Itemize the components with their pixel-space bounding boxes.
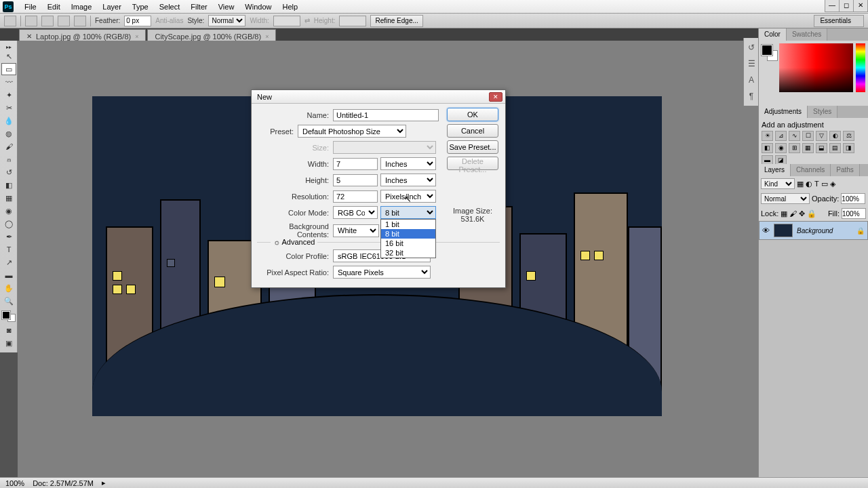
vibrance-icon[interactable]: ▽	[816, 131, 827, 141]
threshold-icon[interactable]: ◨	[843, 143, 854, 153]
menu-filter[interactable]: Filter	[185, 3, 212, 11]
dialog-close-button[interactable]: ✕	[489, 92, 502, 102]
color-swatches[interactable]	[1, 310, 16, 323]
menu-edit[interactable]: Edit	[42, 3, 66, 11]
pixelaspect-select[interactable]: Square Pixels	[333, 266, 431, 279]
move-tool[interactable]: ↖	[1, 50, 16, 62]
workspace-switcher[interactable]: Essentials	[814, 15, 864, 27]
posterize-icon[interactable]: ▤	[829, 143, 841, 153]
add-selection-icon[interactable]	[41, 16, 54, 26]
bw-icon[interactable]: ◧	[762, 143, 773, 153]
dialog-titlebar[interactable]: New ✕	[252, 90, 505, 104]
layer-thumbnail[interactable]	[774, 224, 793, 237]
colormode-select[interactable]: RGB Color	[333, 206, 378, 219]
subtract-selection-icon[interactable]	[58, 16, 70, 26]
adjustments-tab[interactable]: Adjustments	[759, 106, 808, 118]
height-unit-select[interactable]: Inches	[380, 174, 436, 186]
menu-file[interactable]: File	[19, 3, 42, 11]
style-select[interactable]: Normal	[208, 15, 245, 26]
lock-trans-icon[interactable]: ▦	[781, 209, 787, 218]
crop-tool[interactable]: ✂	[1, 102, 16, 114]
doc-info[interactable]: Doc: 2.57M/2.57M	[33, 479, 94, 487]
path-tool[interactable]: ↗	[1, 256, 16, 268]
blur-tool[interactable]: ◉	[1, 205, 16, 217]
screenmode-tool[interactable]: ▣	[1, 337, 16, 349]
advanced-label[interactable]: ☼ Advanced	[271, 238, 317, 246]
lasso-tool[interactable]: 〰	[1, 76, 16, 88]
resolution-unit-select[interactable]: Pixels/Inch	[380, 190, 436, 203]
lock-all-icon[interactable]: 🔒	[807, 209, 816, 218]
height-input[interactable]	[333, 174, 378, 186]
cancel-button[interactable]: Cancel	[447, 124, 498, 138]
filter-smart-icon[interactable]: ◈	[830, 180, 835, 188]
quickmask-tool[interactable]: ◙	[1, 324, 16, 336]
depth-option[interactable]: 32 bit	[381, 248, 435, 258]
marquee-tool[interactable]: ▭	[1, 63, 16, 75]
eyedropper-tool[interactable]: 💧	[1, 115, 16, 127]
visibility-icon[interactable]: 👁	[762, 226, 770, 235]
filter-adj-icon[interactable]: ◐	[806, 180, 812, 188]
curves-icon[interactable]: ∿	[789, 131, 800, 141]
menu-select[interactable]: Select	[154, 3, 186, 11]
layer-row[interactable]: 👁 Background 🔒	[759, 221, 868, 240]
heal-tool[interactable]: ◍	[1, 127, 16, 140]
save-preset-button[interactable]: Save Preset...	[447, 140, 498, 154]
color-spectrum[interactable]	[779, 43, 853, 92]
menu-image[interactable]: Image	[66, 3, 98, 11]
width-input[interactable]	[333, 158, 378, 170]
zoom-tool[interactable]: 🔍	[1, 295, 16, 307]
resolution-input[interactable]	[333, 190, 378, 203]
feather-input[interactable]	[124, 16, 151, 26]
collapse-icon[interactable]: ▸▸	[1, 44, 16, 49]
new-selection-icon[interactable]	[25, 16, 37, 26]
hue-slider[interactable]	[856, 43, 865, 92]
color-tab[interactable]: Color	[759, 28, 787, 41]
exposure-icon[interactable]: ☐	[802, 131, 814, 141]
stamp-tool[interactable]: ⍝	[1, 153, 16, 165]
hue-icon[interactable]: ◐	[829, 131, 841, 141]
colorbalance-icon[interactable]: ⚖	[843, 131, 854, 141]
zoom-value[interactable]: 100%	[5, 479, 24, 487]
fill-input[interactable]	[842, 208, 866, 219]
blendmode-select[interactable]: Normal	[761, 193, 810, 204]
ok-button[interactable]: OK	[447, 108, 498, 121]
depth-option[interactable]: 8 bit	[381, 229, 435, 239]
filter-pixel-icon[interactable]: ▦	[797, 180, 804, 188]
history-icon[interactable]: ↺	[745, 41, 758, 54]
paragraph-icon[interactable]: ¶	[745, 89, 758, 103]
name-input[interactable]	[333, 109, 439, 121]
depth-option[interactable]: 16 bit	[381, 239, 435, 248]
layers-tab[interactable]: Layers	[759, 164, 791, 176]
styles-tab[interactable]: Styles	[808, 106, 837, 118]
menu-view[interactable]: View	[213, 3, 240, 11]
pen-tool[interactable]: ✒	[1, 230, 16, 243]
width-unit-select[interactable]: Inches	[380, 157, 436, 170]
preset-select[interactable]: Default Photoshop Size	[298, 125, 406, 138]
wand-tool[interactable]: ✦	[1, 89, 16, 101]
lock-pos-icon[interactable]: ✥	[799, 209, 805, 218]
bitdepth-select[interactable]: 8 bit	[380, 206, 436, 219]
refine-edge-button[interactable]: Refine Edge...	[370, 15, 422, 27]
bitdepth-dropdown[interactable]: 1 bit 8 bit 16 bit 32 bit	[380, 219, 436, 258]
tool-preset-icon[interactable]	[4, 16, 16, 26]
bgcontents-select[interactable]: White	[333, 224, 379, 237]
gradient-tool[interactable]: ▦	[1, 192, 16, 204]
lock-paint-icon[interactable]: 🖌	[789, 209, 797, 218]
filter-kind-select[interactable]: Kind	[761, 178, 795, 189]
menu-type[interactable]: Type	[127, 3, 154, 11]
opacity-input[interactable]	[841, 193, 865, 204]
menu-layer[interactable]: Layer	[97, 3, 127, 11]
dodge-tool[interactable]: ◯	[1, 218, 16, 230]
depth-option[interactable]: 1 bit	[381, 220, 435, 229]
maximize-button[interactable]: ◻	[839, 0, 854, 12]
levels-icon[interactable]: ⊿	[775, 131, 787, 141]
properties-icon[interactable]: ☰	[745, 57, 758, 70]
eraser-tool[interactable]: ◧	[1, 179, 16, 191]
menu-window[interactable]: Window	[239, 3, 277, 11]
channel-mixer-icon[interactable]: ⊞	[789, 143, 800, 153]
filter-shape-icon[interactable]: ▭	[821, 180, 828, 188]
filter-text-icon[interactable]: T	[814, 180, 819, 188]
channels-tab[interactable]: Channels	[791, 164, 831, 176]
history-brush-tool[interactable]: ↺	[1, 166, 16, 178]
photo-filter-icon[interactable]: ◉	[775, 143, 787, 153]
